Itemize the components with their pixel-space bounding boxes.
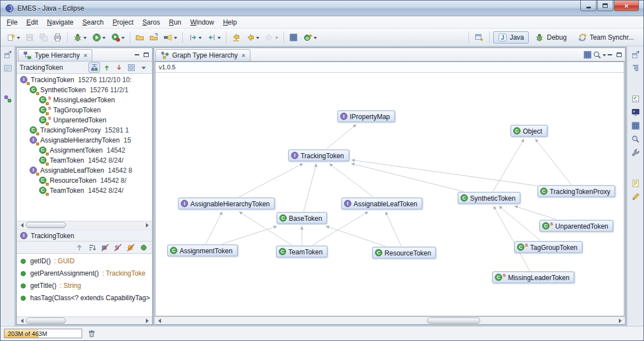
perspective-team-synchr---[interactable]: Team Synchr...: [573, 31, 639, 44]
search-view-button[interactable]: [629, 134, 641, 144]
tree-item-AssignmentToken[interactable]: CAssignmentToken14542: [17, 145, 152, 155]
graph-node-TrackingToken[interactable]: ITrackingToken: [288, 150, 349, 162]
menu-file[interactable]: File: [3, 17, 21, 27]
minimize-button[interactable]: [580, 1, 596, 11]
open-resource-button[interactable]: [147, 31, 160, 44]
graph-node-AssignableLeafToken[interactable]: IAssignableLeafToken: [341, 198, 422, 210]
graph-scroll-thumb[interactable]: [427, 318, 480, 324]
restore-pane-button[interactable]: [2, 49, 13, 60]
menu-edit[interactable]: Edit: [22, 17, 42, 27]
graph-node-TrackingTokenProxy[interactable]: CTrackingTokenProxy: [537, 186, 615, 197]
grid-snap-button[interactable]: [581, 49, 593, 60]
open-perspective-button[interactable]: [472, 31, 486, 44]
forward-button[interactable]: [262, 31, 281, 44]
scroll-right-icon[interactable]: [617, 317, 625, 324]
back-button[interactable]: [243, 31, 262, 44]
show-type-hierarchy-button[interactable]: [88, 62, 100, 73]
link-with-editor-button[interactable]: [138, 242, 149, 253]
graph-node-IPropertyMap[interactable]: IIPropertyMap: [337, 111, 395, 122]
member-hscrollbar[interactable]: [17, 316, 152, 324]
show-inherited-members-button[interactable]: [73, 242, 85, 253]
outline-view-button[interactable]: [629, 63, 641, 73]
scroll-left-icon[interactable]: [154, 317, 162, 324]
garbage-collect-button[interactable]: [86, 328, 97, 339]
graph-node-SyntheticToken[interactable]: CSyntheticToken: [458, 192, 520, 204]
print-button[interactable]: [51, 31, 64, 44]
wrench-button[interactable]: [629, 147, 641, 158]
tab-graph-type-hierarchy[interactable]: Graph Type Hierarchy ×: [155, 49, 250, 61]
show-subtype-hierarchy-button[interactable]: [113, 62, 125, 73]
maximize-view-button[interactable]: [141, 50, 151, 59]
graph-node-MissingLeaderToken[interactable]: CSMissingLeaderToken: [492, 272, 574, 283]
debug-button[interactable]: [70, 31, 89, 44]
menu-window[interactable]: Window: [186, 17, 218, 27]
hide-static-members-button[interactable]: S: [112, 242, 124, 253]
menu-search[interactable]: Search: [78, 17, 107, 27]
last-edit-location-button[interactable]: [229, 31, 243, 44]
run-button[interactable]: [89, 31, 108, 44]
hide-nonpublic-members-button[interactable]: [125, 242, 136, 253]
graph-hscrollbar[interactable]: [154, 316, 625, 324]
heap-status[interactable]: 203M of 463M: [4, 329, 82, 338]
scroll-left-icon[interactable]: [17, 221, 25, 229]
new-graph-button[interactable]: G: [301, 31, 319, 44]
prev-annotation-button[interactable]: [205, 31, 223, 44]
edit-button[interactable]: [629, 191, 641, 202]
hide-fields-button[interactable]: [99, 242, 111, 253]
member-item[interactable]: hasTag(Class<? extends CapabilityTag>: [17, 292, 152, 304]
console-view-button[interactable]: [629, 107, 641, 117]
graph-node-AssignmentToken[interactable]: CAssignmentToken: [167, 245, 238, 257]
new-wizard-button[interactable]: [4, 31, 22, 44]
next-annotation-button[interactable]: [186, 31, 204, 44]
graph-node-ResourceToken[interactable]: CResourceToken: [372, 247, 436, 259]
grid-view-button[interactable]: [629, 120, 641, 131]
tree-item-AssignableHierarchyToken[interactable]: IAssignableHierarchyToken15: [17, 135, 152, 145]
scroll-left-icon[interactable]: [17, 317, 25, 324]
graph-node-TagGroupToken[interactable]: CSTagGroupToken: [514, 241, 583, 253]
tree-item-ResourceToken[interactable]: CResourceToken14542 8/: [17, 176, 152, 186]
scroll-right-icon[interactable]: [144, 221, 152, 229]
close-button[interactable]: ×: [614, 1, 639, 11]
grid-view-button[interactable]: [287, 31, 300, 44]
tree-scroll-thumb[interactable]: [26, 222, 66, 228]
close-tab-icon[interactable]: ×: [242, 52, 245, 59]
minimize-editor-button[interactable]: [605, 50, 614, 59]
save-all-button[interactable]: [37, 31, 50, 44]
tree-item-TrackingToken[interactable]: ITrackingToken15276 11/2/10 10:: [17, 75, 152, 85]
zoom-button[interactable]: [593, 49, 605, 60]
show-supertype-hierarchy-button[interactable]: [101, 62, 112, 73]
title-bar[interactable]: EMES - Java - Eclipse ×: [1, 1, 643, 16]
menu-navigate[interactable]: Navigate: [43, 17, 77, 27]
graph-node-BaseToken[interactable]: CBaseToken: [277, 212, 327, 224]
member-scroll-thumb[interactable]: [26, 318, 66, 324]
type-browser-button[interactable]: [2, 93, 13, 104]
view-menu-button[interactable]: [138, 62, 149, 73]
tree-item-TagGroupToken[interactable]: CSTagGroupToken: [17, 105, 152, 115]
minimize-view-button[interactable]: [132, 50, 141, 59]
sort-members-button[interactable]: [86, 242, 98, 253]
save-button[interactable]: [23, 31, 36, 44]
tree-item-TeamToken[interactable]: CTeamToken14542 8/24/: [17, 155, 152, 165]
scroll-right-icon[interactable]: [144, 317, 152, 324]
tab-type-hierarchy[interactable]: Type Hierarchy ×: [18, 49, 92, 61]
tree-item-MissingLeaderToken[interactable]: CSMissingLeaderToken: [17, 95, 152, 105]
close-tab-icon[interactable]: ×: [84, 52, 87, 59]
member-item[interactable]: getTitle() : String: [17, 280, 152, 292]
perspective-java[interactable]: JJava: [493, 31, 529, 44]
package-explorer-button[interactable]: [2, 63, 13, 73]
menu-help[interactable]: Help: [219, 17, 241, 27]
tree-hscrollbar[interactable]: [17, 221, 152, 229]
maximize-editor-button[interactable]: [614, 50, 624, 59]
member-list[interactable]: getID() : GUIDgetParentAssignment() : Tr…: [17, 254, 152, 316]
type-field[interactable]: TrackingToken: [20, 64, 63, 72]
maximize-button[interactable]: [597, 1, 613, 11]
tree-item-UnparentedToken[interactable]: CSUnparentedToken: [17, 115, 152, 125]
graph-canvas[interactable]: IIPropertyMapCObjectITrackingTokenCTrack…: [155, 73, 624, 316]
graph-node-UnparentedToken[interactable]: CSUnparentedToken: [539, 220, 613, 232]
tree-item-TrackingTokenProxy[interactable]: CTrackingTokenProxy15281 1: [17, 125, 152, 135]
run-last-button[interactable]: [108, 31, 127, 44]
layout-button[interactable]: [125, 62, 137, 73]
open-type-button[interactable]: [133, 31, 146, 44]
menu-project[interactable]: Project: [108, 17, 137, 27]
search-button[interactable]: [161, 31, 179, 44]
